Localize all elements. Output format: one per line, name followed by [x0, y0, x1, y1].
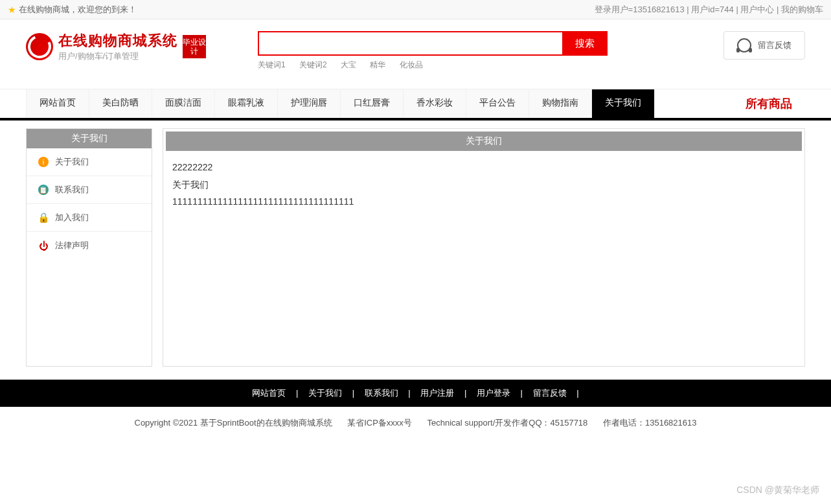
- info-icon: i: [38, 157, 49, 167]
- topbar: ★ 在线购物商城，欢迎您的到来！ 登录用户=13516821613 | 用户id…: [0, 0, 831, 19]
- keyword-link[interactable]: 化妆品: [400, 60, 423, 69]
- sidebar-item-label: 加入我们: [55, 212, 89, 223]
- footer-link[interactable]: 联系我们: [361, 388, 402, 398]
- sidebar-item-label: 法律声明: [55, 240, 89, 251]
- nav-item[interactable]: 美白防晒: [89, 89, 152, 118]
- footer-link[interactable]: 留言反馈: [529, 388, 571, 398]
- search-block: 搜索 关键词1 关键词2 大宝 精华 化妆品: [258, 31, 608, 71]
- content-line: 111111111111111111111111111111111111: [172, 193, 795, 211]
- keyword-link[interactable]: 关键词2: [299, 60, 327, 69]
- nav-item[interactable]: 购物指南: [529, 89, 592, 118]
- nav-item[interactable]: 平台公告: [466, 89, 529, 118]
- sidebar-item-label: 联系我们: [55, 184, 89, 196]
- nav-item[interactable]: 香水彩妆: [404, 89, 466, 118]
- feedback-label: 留言反馈: [758, 40, 791, 51]
- sidebar-item-about[interactable]: i 关于我们: [27, 148, 152, 176]
- my-cart-link[interactable]: 我的购物车: [781, 5, 823, 14]
- nav-about[interactable]: 关于我们: [592, 89, 655, 118]
- content-line: 关于我们: [172, 176, 795, 194]
- nav-all-products[interactable]: 所有商品: [746, 89, 805, 118]
- sidebar-item-join[interactable]: 🔒 加入我们: [27, 204, 152, 232]
- footer-link[interactable]: 网站首页: [248, 388, 290, 398]
- copyright-text: Copyright ©2021 基于SprintBoot的在线购物商城系统: [135, 418, 332, 428]
- sidebar: 关于我们 i 关于我们 📋 联系我们 🔒 加入我们 ⏻ 法律声明: [26, 128, 152, 367]
- phone-text: 作者电话：13516821613: [603, 418, 697, 428]
- content-body: 22222222 关于我们 11111111111111111111111111…: [163, 154, 804, 216]
- sidebar-item-label: 关于我们: [55, 156, 89, 168]
- nav-home[interactable]: 网站首页: [26, 89, 89, 118]
- sidebar-title: 关于我们: [27, 129, 152, 148]
- header: 在线购物商城系统 用户/购物车/订单管理 毕业设计 搜索 关键词1 关键词2 大…: [0, 19, 831, 76]
- lock-icon: 🔒: [38, 212, 49, 223]
- content-panel: 关于我们 22222222 关于我们 111111111111111111111…: [163, 128, 805, 367]
- topbar-right: 登录用户=13516821613 | 用户id=744 | 用户中心 | 我的购…: [595, 0, 823, 19]
- feedback-button[interactable]: 留言反馈: [723, 31, 805, 60]
- star-icon: ★: [8, 0, 16, 19]
- user-center-link[interactable]: 用户中心: [740, 5, 774, 14]
- clipboard-icon: 📋: [38, 185, 49, 195]
- keyword-link[interactable]: 大宝: [341, 60, 356, 69]
- login-user: 登录用户=13516821613: [595, 5, 685, 14]
- power-icon: ⏻: [38, 240, 49, 251]
- footer-link[interactable]: 关于我们: [304, 388, 346, 398]
- nav-item[interactable]: 面膜洁面: [152, 89, 215, 118]
- search-input[interactable]: [258, 31, 562, 56]
- sidebar-item-contact[interactable]: 📋 联系我们: [27, 176, 152, 204]
- headset-icon: [737, 38, 751, 52]
- logo-badge: 毕业设计: [183, 35, 206, 58]
- content-title: 关于我们: [166, 132, 802, 151]
- search-button[interactable]: 搜索: [562, 31, 608, 56]
- main-nav: 网站首页 美白防晒 面膜洁面 眼霜乳液 护理润唇 口红唇膏 香水彩妆 平台公告 …: [0, 89, 831, 120]
- logo-title: 在线购物商城系统: [58, 31, 177, 51]
- content-line: 22222222: [172, 159, 795, 176]
- search-keywords: 关键词1 关键词2 大宝 精华 化妆品: [258, 60, 608, 71]
- keyword-link[interactable]: 关键词1: [258, 60, 286, 69]
- footer-copyright: Copyright ©2021 基于SprintBoot的在线购物商城系统 某省…: [0, 407, 831, 439]
- footer-link[interactable]: 用户登录: [473, 388, 514, 398]
- main-content: 关于我们 i 关于我们 📋 联系我们 🔒 加入我们 ⏻ 法律声明 关于我们 22…: [0, 120, 831, 380]
- keyword-link[interactable]: 精华: [370, 60, 385, 69]
- nav-item[interactable]: 眼霜乳液: [215, 89, 278, 118]
- sidebar-item-legal[interactable]: ⏻ 法律声明: [27, 232, 152, 259]
- icp-text: 某省ICP备xxxx号: [347, 418, 412, 428]
- footer-link[interactable]: 用户注册: [416, 388, 458, 398]
- user-id: 用户id=744: [691, 5, 733, 14]
- topbar-welcome: ★ 在线购物商城，欢迎您的到来！: [8, 0, 137, 19]
- welcome-text: 在线购物商城，欢迎您的到来！: [19, 0, 137, 19]
- logo-subtitle: 用户/购物车/订单管理: [58, 51, 177, 62]
- tech-support-text: Technical support/开发作者QQ：45157718: [427, 418, 587, 428]
- logo-icon: [26, 33, 53, 60]
- nav-item[interactable]: 口红唇膏: [341, 89, 404, 118]
- footer-nav: 网站首页 | 关于我们 | 联系我们 | 用户注册 | 用户登录 | 留言反馈 …: [0, 380, 831, 407]
- logo-block[interactable]: 在线购物商城系统 用户/购物车/订单管理 毕业设计: [26, 31, 206, 62]
- nav-item[interactable]: 护理润唇: [278, 89, 341, 118]
